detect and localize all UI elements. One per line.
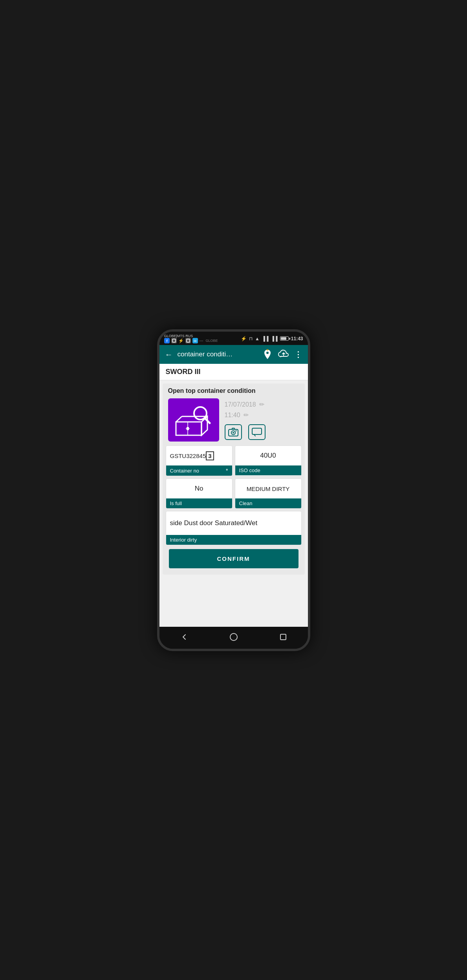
time-edit-icon[interactable]: ✏ xyxy=(244,411,249,419)
iso-code-value: 40U0 xyxy=(235,446,301,465)
status-icons: f ⚡ ✉ ··· GLOBE xyxy=(164,338,218,343)
app-icon-1: f xyxy=(164,338,170,343)
more-dots: ··· xyxy=(200,338,203,343)
location-icon[interactable] xyxy=(262,349,273,360)
container-no-inner: GSTU3228453 xyxy=(170,451,214,460)
carrier-text-2: GLOBE xyxy=(206,339,218,343)
nav-home-icon xyxy=(229,633,238,641)
svg-rect-11 xyxy=(267,349,268,350)
fields-section: GSTU3228453 Container no * 40U0 ISO code xyxy=(163,445,305,575)
svg-point-24 xyxy=(235,430,236,431)
nav-home-button[interactable] xyxy=(227,631,240,643)
time-display: 11:43 xyxy=(291,336,303,341)
container-no-label-row: Container no * xyxy=(166,465,232,476)
container-no-cell[interactable]: GSTU3228453 Container no * xyxy=(166,445,233,476)
wifi-icon: ▲ xyxy=(255,336,260,341)
battery-icon xyxy=(280,336,289,341)
svg-text:✉: ✉ xyxy=(194,339,197,343)
date-row: 17/07/2018 ✏ xyxy=(225,401,266,408)
main-content: SWORD III Open top container condition xyxy=(159,364,308,626)
action-icons xyxy=(225,424,266,440)
card-title: Open top container condition xyxy=(163,383,305,398)
back-button[interactable]: ← xyxy=(165,350,173,359)
app-icon-2 xyxy=(171,338,177,343)
bt-icon: ⚡ xyxy=(178,338,184,343)
iso-code-label-row: ISO code xyxy=(235,465,301,475)
camera-button[interactable] xyxy=(225,424,242,440)
interior-dirty-label-row: Interior dirty xyxy=(166,535,301,545)
svg-text:⚡: ⚡ xyxy=(178,338,184,343)
iso-code-cell[interactable]: 40U0 ISO code xyxy=(235,445,302,476)
nav-back-icon xyxy=(180,633,188,641)
container-no-prefix: GSTU322845 xyxy=(170,453,206,459)
status-bar: GLOBE|MTS RUS f ⚡ ✉ ··· GLOBE ⚡ ⊓ ▲ ▐▐ ▐… xyxy=(159,332,308,345)
toolbar-title: container conditi… xyxy=(178,350,257,358)
svg-point-10 xyxy=(266,352,269,354)
bottom-nav xyxy=(159,627,308,649)
bluetooth-icon: ⚡ xyxy=(241,336,247,341)
iso-code-label: ISO code xyxy=(239,467,260,473)
interior-dirty-label: Interior dirty xyxy=(170,537,197,543)
toolbar: ← container conditi… ⋮ xyxy=(159,345,308,364)
container-no-value: GSTU3228453 xyxy=(166,446,232,465)
svg-point-26 xyxy=(230,633,237,641)
is-full-cell[interactable]: No Is full xyxy=(166,478,233,509)
signal-icon-2: ▐▐ xyxy=(271,336,278,341)
svg-line-16 xyxy=(176,416,182,422)
svg-rect-2 xyxy=(171,338,177,343)
required-star: * xyxy=(226,467,228,474)
camera-icon xyxy=(228,427,238,437)
field-row-1: GSTU3228453 Container no * 40U0 ISO code xyxy=(166,445,302,476)
condition-card: Open top container condition xyxy=(163,383,305,575)
svg-rect-27 xyxy=(280,634,286,640)
container-svg xyxy=(172,401,215,439)
clean-value: MEDIUM DIRTY xyxy=(235,479,301,498)
more-menu-button[interactable]: ⋮ xyxy=(294,350,302,359)
vibrate-icon: ⊓ xyxy=(249,336,253,341)
carrier-info: GLOBE|MTS RUS f ⚡ ✉ ··· GLOBE xyxy=(164,334,218,344)
field-row-2: No Is full MEDIUM DIRTY Clean xyxy=(166,478,302,509)
svg-rect-20 xyxy=(187,427,189,430)
container-image xyxy=(168,398,219,442)
time-row: 11:40 ✏ xyxy=(225,411,266,419)
interior-dirty-value: side Dust door Saturated/Wet xyxy=(166,511,301,535)
svg-rect-6 xyxy=(185,338,191,343)
cloud-upload-icon[interactable] xyxy=(278,349,289,360)
container-image-row: 17/07/2018 ✏ 11:40 ✏ xyxy=(163,398,305,445)
is-full-label-row: Is full xyxy=(166,498,232,508)
container-no-label: Container no xyxy=(170,468,199,474)
app-icon-3 xyxy=(185,338,191,343)
signal-icon-1: ▐▐ xyxy=(262,336,269,341)
status-right: ⚡ ⊓ ▲ ▐▐ ▐▐ 11:43 xyxy=(241,336,303,341)
clean-label-row: Clean xyxy=(235,498,301,508)
svg-rect-25 xyxy=(252,428,262,434)
time-value: 11:40 xyxy=(225,412,240,419)
container-meta: 17/07/2018 ✏ 11:40 ✏ xyxy=(225,398,266,440)
nav-back-button[interactable] xyxy=(178,631,190,643)
phone-frame: GLOBE|MTS RUS f ⚡ ✉ ··· GLOBE ⚡ ⊓ ▲ ▐▐ ▐… xyxy=(157,329,310,651)
is-full-label: Is full xyxy=(170,500,182,506)
nav-recents-button[interactable] xyxy=(277,631,289,643)
nav-recents-icon xyxy=(279,633,287,641)
container-check-digit: 3 xyxy=(206,451,214,460)
comment-icon xyxy=(252,427,262,437)
interior-dirty-cell[interactable]: side Dust door Saturated/Wet Interior di… xyxy=(166,511,302,545)
date-edit-icon[interactable]: ✏ xyxy=(259,401,264,408)
confirm-button[interactable]: CONFIRM xyxy=(169,549,299,568)
svg-point-23 xyxy=(233,432,234,434)
is-full-value: No xyxy=(166,479,232,498)
clean-label: Clean xyxy=(239,500,253,506)
clean-cell[interactable]: MEDIUM DIRTY Clean xyxy=(235,478,302,509)
vessel-name: SWORD III xyxy=(159,364,308,380)
carrier-text-1: GLOBE|MTS RUS xyxy=(164,334,218,338)
app-icon-4: ✉ xyxy=(192,338,198,343)
comment-button[interactable] xyxy=(248,424,266,440)
date-value: 17/07/2018 xyxy=(225,401,256,408)
